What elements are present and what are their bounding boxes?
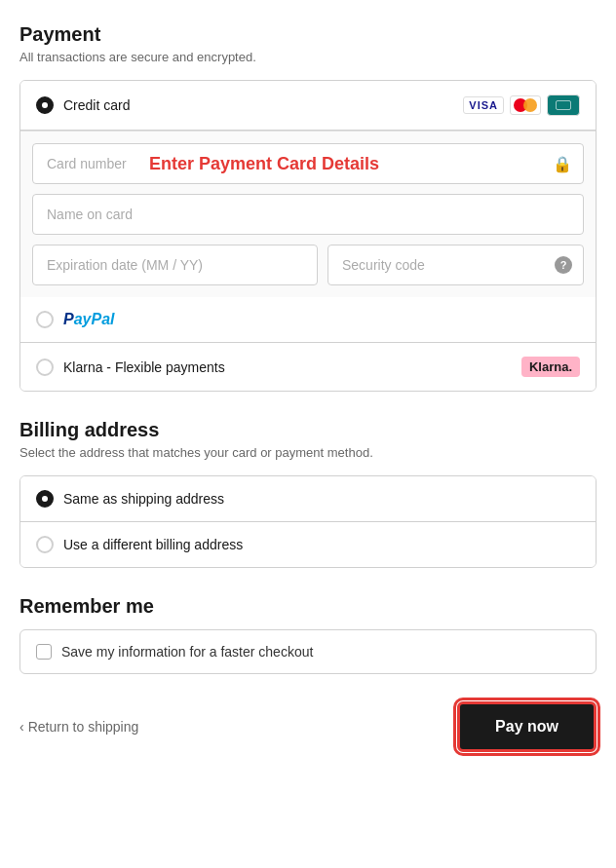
card-number-wrapper: Enter Payment Card Details 🔒 <box>32 143 584 184</box>
return-to-shipping-link[interactable]: ‹ Return to shipping <box>19 719 138 735</box>
mc-right-circle <box>523 98 537 112</box>
credit-card-option[interactable]: Credit card VISA <box>20 81 596 131</box>
different-address-option[interactable]: Use a different billing address <box>20 522 596 567</box>
paypal-text-icon: ayPal <box>74 311 115 328</box>
chevron-left-icon: ‹ <box>19 719 24 735</box>
klarna-option[interactable]: Klarna - Flexible payments Klarna. <box>20 343 596 391</box>
paypal-p-icon: P <box>63 311 74 328</box>
paypal-logo: P ayPal <box>63 311 114 328</box>
different-address-label: Use a different billing address <box>63 537 243 552</box>
generic-card-icon <box>547 94 580 116</box>
billing-section: Billing address Select the address that … <box>19 419 597 568</box>
paypal-option[interactable]: P ayPal <box>20 297 596 343</box>
card-icons: VISA <box>463 94 580 116</box>
payment-options-box: Credit card VISA Enter Payment Card Deta… <box>19 80 597 392</box>
remember-box[interactable]: Save my information for a faster checkou… <box>19 629 597 674</box>
name-on-card-input[interactable] <box>32 194 584 235</box>
generic-card-inner <box>556 100 571 110</box>
mastercard-icon <box>510 95 541 115</box>
security-wrapper: ? <box>327 245 584 285</box>
credit-card-label: Credit card <box>63 97 463 113</box>
remember-title: Remember me <box>19 595 597 618</box>
paypal-radio[interactable] <box>36 311 54 328</box>
billing-subtitle: Select the address that matches your car… <box>19 445 597 460</box>
card-number-input[interactable] <box>32 143 584 184</box>
same-address-label: Same as shipping address <box>63 491 224 507</box>
payment-subtitle: All transactions are secure and encrypte… <box>19 50 597 64</box>
footer-row: ‹ Return to shipping Pay now <box>19 701 597 752</box>
billing-options-box: Same as shipping address Use a different… <box>19 475 597 568</box>
expiry-input[interactable] <box>32 245 318 285</box>
same-address-option[interactable]: Same as shipping address <box>20 476 596 522</box>
klarna-radio[interactable] <box>36 359 54 376</box>
different-address-radio[interactable] <box>36 536 54 553</box>
billing-title: Billing address <box>19 419 597 441</box>
klarna-badge: Klarna. <box>521 357 580 377</box>
remember-section: Remember me Save my information for a fa… <box>19 595 597 674</box>
visa-icon: VISA <box>463 96 504 114</box>
expiry-security-row: ? <box>32 245 584 285</box>
security-code-input[interactable] <box>327 245 584 285</box>
remember-checkbox[interactable] <box>36 644 52 660</box>
mc-circles <box>514 97 537 113</box>
remember-label: Save my information for a faster checkou… <box>61 644 313 660</box>
security-help-icon[interactable]: ? <box>555 256 572 274</box>
pay-now-button[interactable]: Pay now <box>457 701 597 752</box>
return-link-text: Return to shipping <box>28 719 139 735</box>
payment-title: Payment <box>19 23 597 46</box>
credit-card-radio[interactable] <box>36 96 54 114</box>
lock-icon: 🔒 <box>553 155 572 173</box>
klarna-label: Klarna - Flexible payments <box>63 359 521 375</box>
same-address-radio[interactable] <box>36 490 54 508</box>
credit-card-fields: Enter Payment Card Details 🔒 ? <box>20 131 596 297</box>
